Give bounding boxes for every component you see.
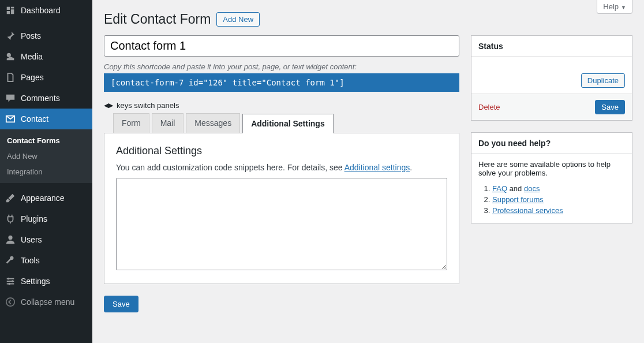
sidebar-item-users[interactable]: Users bbox=[0, 229, 92, 250]
submenu-add-new[interactable]: Add New bbox=[0, 148, 92, 164]
help-box: Do you need help? Here are some availabl… bbox=[471, 132, 632, 223]
shortcode-hint: Copy this shortcode and paste it into yo… bbox=[104, 62, 459, 71]
sidebar-item-comments[interactable]: Comments bbox=[0, 88, 92, 109]
media-icon bbox=[5, 51, 16, 62]
submenu-integration[interactable]: Integration bbox=[0, 164, 92, 180]
sliders-icon bbox=[5, 275, 16, 287]
docs-link[interactable]: docs bbox=[524, 184, 540, 193]
save-button-bottom[interactable]: Save bbox=[104, 296, 138, 312]
help-label: Help bbox=[603, 2, 619, 11]
help-tab[interactable]: Help▼ bbox=[597, 0, 632, 14]
tab-additional-settings[interactable]: Additional Settings bbox=[242, 114, 334, 133]
tabs: Form Mail Messages Additional Settings bbox=[113, 113, 459, 133]
sidebar-item-dashboard[interactable]: Dashboard bbox=[0, 0, 92, 21]
tab-form[interactable]: Form bbox=[113, 113, 149, 133]
sidebar-item-collapse[interactable]: Collapse menu bbox=[0, 292, 92, 312]
delete-link[interactable]: Delete bbox=[478, 103, 500, 111]
sidebar-submenu: Contact Forms Add New Integration bbox=[0, 129, 92, 183]
comment-icon bbox=[5, 92, 16, 104]
support-forums-link[interactable]: Support forums bbox=[492, 195, 544, 204]
sidebar-item-settings[interactable]: Settings bbox=[0, 271, 92, 292]
sidebar-label: Dashboard bbox=[21, 6, 61, 15]
dashboard-icon bbox=[5, 5, 16, 16]
sidebar-label: Tools bbox=[21, 256, 40, 265]
list-item: Support forums bbox=[492, 195, 625, 204]
svg-point-1 bbox=[8, 236, 12, 240]
pin-icon bbox=[5, 30, 16, 42]
additional-settings-link[interactable]: Additional settings bbox=[345, 163, 410, 172]
tab-messages[interactable]: Messages bbox=[186, 113, 240, 133]
sidebar-label: Comments bbox=[21, 94, 60, 103]
svg-point-2 bbox=[8, 278, 10, 280]
brush-icon bbox=[5, 192, 16, 204]
sidebar-item-posts[interactable]: Posts bbox=[0, 25, 92, 46]
svg-point-5 bbox=[6, 298, 14, 306]
keys-hint: keys switch panels bbox=[117, 101, 179, 110]
panel-additional-settings: Additional Settings You can add customiz… bbox=[104, 133, 459, 284]
duplicate-button[interactable]: Duplicate bbox=[581, 73, 625, 88]
admin-sidebar: Dashboard Posts Media Pages Comments Con… bbox=[0, 0, 92, 343]
sidebar-item-pages[interactable]: Pages bbox=[0, 67, 92, 88]
help-options-list: FAQ and docs Support forums Professional… bbox=[492, 184, 625, 215]
submenu-contact-forms[interactable]: Contact Forms bbox=[0, 133, 92, 148]
sidebar-item-contact[interactable]: Contact bbox=[0, 109, 92, 129]
list-item: FAQ and docs bbox=[492, 184, 625, 193]
help-box-title: Do you need help? bbox=[471, 133, 632, 154]
sidebar-label: Collapse menu bbox=[21, 297, 74, 307]
shortcode-display[interactable]: [contact-form-7 id="126" title="Contact … bbox=[104, 73, 459, 92]
sidebar-label: Media bbox=[21, 52, 43, 61]
user-icon bbox=[5, 234, 16, 245]
save-button[interactable]: Save bbox=[595, 100, 625, 114]
page-icon bbox=[5, 72, 16, 83]
faq-link[interactable]: FAQ bbox=[492, 184, 507, 193]
sidebar-item-media[interactable]: Media bbox=[0, 46, 92, 67]
sidebar-label: Posts bbox=[21, 31, 41, 40]
sidebar-label: Users bbox=[21, 235, 42, 244]
svg-point-3 bbox=[12, 280, 14, 282]
wrench-icon bbox=[5, 255, 16, 266]
sidebar-item-appearance[interactable]: Appearance bbox=[0, 188, 92, 208]
help-box-text: Here are some available options to help … bbox=[478, 160, 625, 177]
status-box: Status Duplicate Delete Save bbox=[471, 35, 632, 121]
sidebar-label: Settings bbox=[21, 277, 50, 286]
panel-title: Additional Settings bbox=[116, 145, 447, 157]
tab-mail[interactable]: Mail bbox=[152, 113, 184, 133]
status-title: Status bbox=[471, 36, 632, 57]
sidebar-label: Appearance bbox=[21, 193, 65, 203]
plug-icon bbox=[5, 213, 16, 225]
add-new-button[interactable]: Add New bbox=[216, 12, 260, 27]
list-item: Professional services bbox=[492, 206, 625, 215]
svg-point-0 bbox=[7, 53, 11, 57]
sidebar-label: Plugins bbox=[21, 214, 47, 223]
svg-point-4 bbox=[8, 283, 10, 285]
professional-services-link[interactable]: Professional services bbox=[492, 206, 563, 215]
arrows-icon: ◀▶ bbox=[104, 102, 113, 109]
chevron-down-icon: ▼ bbox=[621, 5, 626, 10]
sidebar-item-tools[interactable]: Tools bbox=[0, 250, 92, 271]
main-content: Help▼ Edit Contact Form Add New Copy thi… bbox=[92, 0, 644, 343]
panel-desc: You can add customization code snippets … bbox=[116, 163, 447, 172]
collapse-icon bbox=[5, 296, 16, 308]
sidebar-item-plugins[interactable]: Plugins bbox=[0, 208, 92, 229]
page-title: Edit Contact Form bbox=[104, 12, 211, 27]
sidebar-label: Contact bbox=[21, 114, 48, 124]
form-title-input[interactable] bbox=[104, 35, 459, 57]
additional-settings-textarea[interactable] bbox=[116, 178, 447, 270]
sidebar-label: Pages bbox=[21, 73, 44, 82]
mail-icon bbox=[5, 113, 16, 125]
